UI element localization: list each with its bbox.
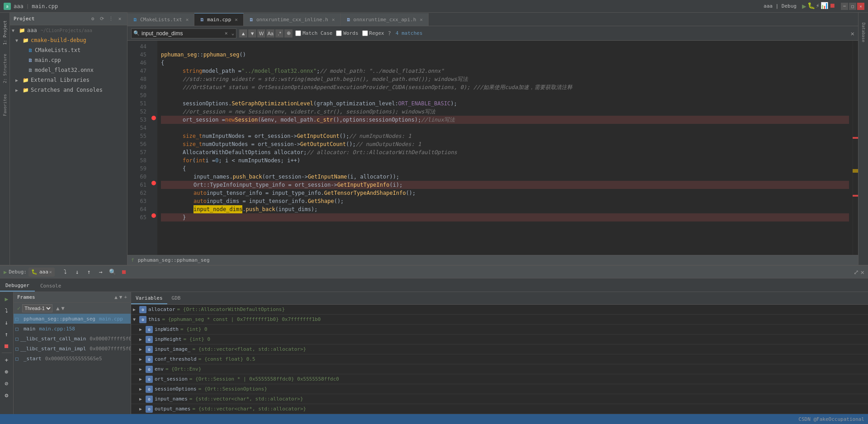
debug-tab-debugger[interactable]: Debugger [0,280,35,292]
tree-item-scratches[interactable]: ▶ 📁 Scratches and Consoles [10,85,127,95]
dbg-stop-side-icon[interactable]: ⏹ [2,341,12,351]
thread-select[interactable]: Thread-1 [22,304,52,312]
thread-nav-up[interactable]: ▲ [56,305,59,311]
search-prev-btn[interactable]: ▲ [239,29,247,38]
frame-row-3[interactable]: □ __libc_start_main_impl 0x00007ffff5f04… [14,344,131,353]
debug-panel-restore-btn[interactable]: ⤢ [854,269,859,276]
frame-row-1[interactable]: □ main main.cpp:158 [14,324,131,334]
search-case-btn[interactable]: Aa [266,29,274,38]
dbg-add-bp-icon[interactable]: + [2,355,12,365]
dbg-step-out-icon[interactable]: ↑ [2,329,12,339]
dbg-resume-icon[interactable]: ▶ [2,294,12,304]
tab-inline-h[interactable]: 🗎 onnxruntime_cxx_inline.h ✕ [244,13,341,26]
var-row-input-image[interactable]: ▶ o input_image_ = {std::vector<float, s… [131,344,868,354]
var-expand-ort-session[interactable]: ▶ [139,377,146,382]
hide-icon[interactable]: ✕ [116,15,123,23]
profile-button[interactable]: ⚡ [816,2,820,10]
var-expand-input-names[interactable]: ▶ [139,396,146,401]
minimize-btn[interactable]: ─ [841,3,848,10]
favorites-tab[interactable]: Favorites [0,87,9,123]
dbg-evaluate-btn[interactable]: 🔍 [107,267,118,278]
dbg-step-over-icon[interactable]: ⤵ [2,306,12,316]
dbg-step-out-btn[interactable]: ↑ [84,267,94,278]
tree-item-cmakelist[interactable]: 🗎 CMakeLists.txt [10,45,127,55]
search-help-icon[interactable]: ? [388,30,391,37]
search-close-btn[interactable]: ✕ [851,30,854,37]
maximize-btn[interactable]: □ [849,3,856,10]
var-row-session-opts[interactable]: ▶ o sessionOptions = {Ort::SessionOption… [131,384,868,394]
words-option[interactable]: Words [336,30,358,36]
bp-53[interactable] [150,114,157,122]
dbg-run-cursor-btn[interactable]: → [95,267,106,278]
tree-item-ext-libs[interactable]: ▶ 📁 External Libraries [10,75,127,85]
frames-down-btn[interactable]: ▼ [119,294,123,300]
bp-65[interactable] [150,212,157,220]
dbg-step-over-btn[interactable]: ⤵ [60,267,71,278]
run-button[interactable]: ▶ [802,2,807,10]
frame-row-2[interactable]: □ __libc_start_call_main 0x00007ffff5f04… [14,334,131,344]
var-row-allocator[interactable]: ▶ o allocator = {Ort::AllocatorWithDefau… [131,305,868,315]
debug-button[interactable]: 🐛 [807,2,815,10]
var-expand-inpwidth[interactable]: ▶ [139,327,146,332]
var-expand-inpheight[interactable]: ▶ [139,337,146,342]
var-expand-input-image[interactable]: ▶ [139,347,146,352]
thread-nav-down[interactable]: ▼ [61,305,64,311]
var-row-input-names[interactable]: ▶ o input_names = {std::vector<char*, st… [131,394,868,404]
dbg-mute-bp-icon[interactable]: ⊘ [2,378,12,388]
var-tab-gdb[interactable]: GDB [167,292,185,304]
tab-api-h[interactable]: 🗎 onnxruntime_cxx_api.h ✕ [341,13,429,26]
frame-row-4[interactable]: □ _start 0x000055555555565e5 [14,353,131,363]
dbg-step-into-icon[interactable]: ↓ [2,317,12,327]
tab-maincpp[interactable]: 🗎 main.cpp ✕ [194,13,244,26]
regex-option[interactable]: Regex [362,30,384,36]
var-expand-this[interactable]: ▼ [133,317,139,322]
database-tab[interactable]: Database [859,14,868,51]
var-row-ort-session[interactable]: ▶ o ort_session = {Ort::Session * | 0x55… [131,374,868,384]
var-tab-variables[interactable]: Variables [131,292,167,304]
match-case-option[interactable]: Match Case [295,30,332,36]
coverage-button[interactable]: 📊 [821,2,828,10]
frames-up-btn[interactable]: ▲ [114,294,118,300]
dbg-view-bp-icon[interactable]: ⊕ [2,367,12,377]
tab-close-inline[interactable]: ✕ [332,17,335,23]
frames-add-btn[interactable]: + [124,294,127,300]
search-word-btn[interactable]: W [257,29,265,38]
search-filter-btn[interactable]: ⊕ [284,29,292,38]
tab-cmakelist[interactable]: 🗎 CMakeLists.txt ✕ [127,13,194,26]
var-row-this[interactable]: ▼ o this = {pphuman_seg * const | 0x7fff… [131,315,868,325]
var-expand-allocator[interactable]: ▶ [133,307,139,312]
search-regex-btn[interactable]: .* [275,29,283,38]
close-btn[interactable]: ✕ [857,3,864,10]
words-checkbox[interactable] [336,30,342,36]
var-row-output-names[interactable]: ▶ o output_names = {std::vector<char*, s… [131,404,868,414]
settings-icon[interactable]: ⋮ [107,15,114,23]
search-next-btn[interactable]: ▼ [248,29,256,38]
var-expand-conf-thresh[interactable]: ▶ [139,357,146,362]
search-input[interactable] [142,30,223,37]
var-expand-session-opts[interactable]: ▶ [139,386,146,391]
debug-play-btn[interactable]: ▶ [4,269,7,275]
var-expand-output-names[interactable]: ▶ [139,406,146,411]
debug-session-btn[interactable]: 🐛 aaa ✕ [28,268,55,277]
regex-checkbox[interactable] [362,30,368,36]
dbg-step-into-btn[interactable]: ↓ [72,267,83,278]
stop-button[interactable]: ⏹ [829,2,835,10]
tree-item-cmake-build[interactable]: ▼ 📁 cmake-build-debug [10,35,127,45]
dbg-stop-btn[interactable]: ⏹ [119,267,130,278]
debug-session-close-icon[interactable]: ✕ [49,269,52,274]
search-history-icon[interactable]: ⌄ [231,30,235,36]
search-clear-icon[interactable]: ✕ [225,30,228,36]
sync-icon[interactable]: ⟳ [98,15,105,23]
var-row-inpwidth[interactable]: ▶ o inpWidth = {int} 0 [131,325,868,334]
var-row-conf-thresh[interactable]: ▶ o conf_threshold = {const float} 0.5 [131,354,868,364]
tab-close-cmakelist[interactable]: ✕ [186,17,189,23]
debug-tab-console[interactable]: Console [35,280,66,292]
dbg-settings-icon[interactable]: ⚙ [2,390,12,400]
tab-close-api[interactable]: ✕ [420,17,423,23]
tree-item-root[interactable]: ▼ 📁 aaa ~/CLionProjects/aaa [10,25,127,35]
var-row-inpheight[interactable]: ▶ o inpHeight = {int} 0 [131,334,868,344]
frame-row-0[interactable]: □ pphuman_seg::pphuman_seg main.cpp [14,314,131,324]
debug-panel-close-btn[interactable]: ✕ [861,269,864,276]
var-row-env[interactable]: ▶ o env = {Ort::Env} [131,364,868,374]
tree-item-maincpp[interactable]: 🗎 main.cpp [10,55,127,65]
